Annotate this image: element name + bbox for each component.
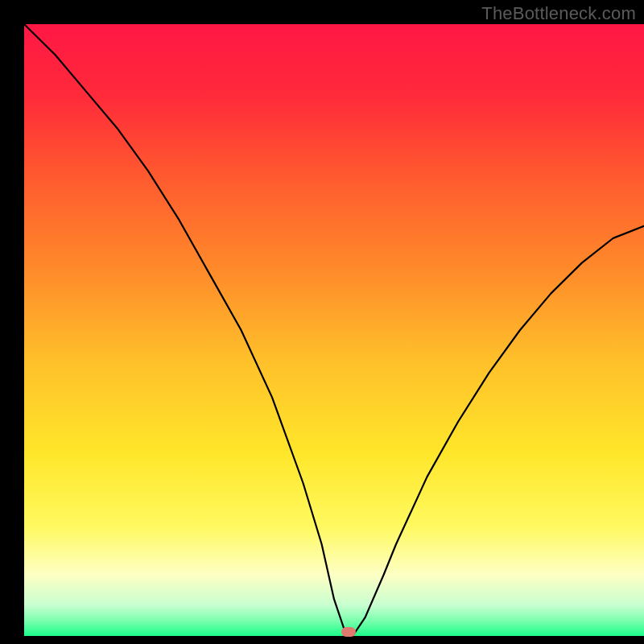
bottleneck-chart bbox=[0, 0, 644, 644]
plot-background bbox=[24, 24, 644, 636]
optimal-marker bbox=[341, 627, 356, 637]
chart-stage: TheBottleneck.com bbox=[0, 0, 644, 644]
watermark-text: TheBottleneck.com bbox=[481, 3, 636, 24]
